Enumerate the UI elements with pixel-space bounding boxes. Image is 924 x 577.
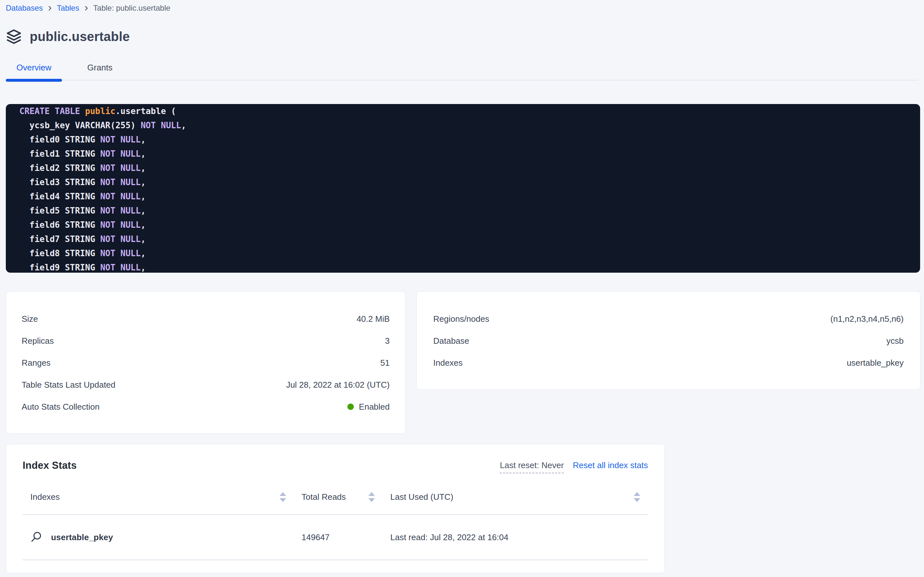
chevron-right-icon: ›	[84, 3, 88, 11]
stat-label: Auto Stats Collection	[22, 402, 100, 412]
stat-value: Jul 28, 2022 at 16:02 (UTC)	[286, 380, 390, 390]
stat-row: Table Stats Last Updated Jul 28, 2022 at…	[22, 374, 390, 396]
index-name[interactable]: usertable_pkey	[51, 532, 113, 542]
sort-icon[interactable]	[280, 492, 286, 502]
code-line: field1 STRING NOT NULL,	[19, 147, 910, 161]
stat-row: Size 40.2 MiB	[22, 308, 390, 330]
stat-value: ycsb	[887, 336, 904, 346]
index-table-body: usertable_pkey 149647 Last read: Jul 28,…	[22, 515, 648, 560]
index-stats-title: Index Stats	[22, 460, 77, 471]
stat-row: Database ycsb	[433, 330, 904, 352]
index-stats-actions: Last reset: Never Reset all index stats	[500, 460, 648, 473]
code-line: field3 STRING NOT NULL,	[19, 175, 910, 189]
code-line: field8 STRING NOT NULL,	[19, 246, 910, 260]
stat-value: (n1,n2,n3,n4,n5,n6)	[830, 314, 904, 324]
breadcrumb-current-table: Table: public.usertable	[93, 3, 170, 13]
stat-label: Table Stats Last Updated	[22, 380, 116, 390]
stat-row: Ranges 51	[22, 352, 390, 374]
page-header: public.usertable	[6, 27, 924, 46]
stat-row: Replicas 3	[22, 330, 390, 352]
summary-cards: Size 40.2 MiB Replicas 3 Ranges 51 Table…	[6, 292, 924, 434]
stat-value: 40.2 MiB	[357, 314, 390, 324]
breadcrumb-databases[interactable]: Databases	[6, 3, 43, 13]
tab-overview[interactable]: Overview	[6, 58, 62, 81]
stat-label: Regions/nodes	[433, 314, 489, 324]
code-line: field2 STRING NOT NULL,	[19, 161, 910, 175]
index-row[interactable]: usertable_pkey 149647 Last read: Jul 28,…	[22, 515, 648, 560]
stat-value: 3	[385, 336, 390, 346]
layers-icon	[6, 28, 22, 45]
stat-row: Indexes usertable_pkey	[433, 352, 904, 374]
index-stats-header: Index Stats Last reset: Never Reset all …	[22, 460, 648, 473]
stat-value: usertable_pkey	[847, 358, 904, 368]
stat-label: Size	[22, 314, 38, 324]
table-stats-card: Size 40.2 MiB Replicas 3 Ranges 51 Table…	[6, 292, 405, 434]
table-details-card: Regions/nodes (n1,n2,n3,n4,n5,n6) Databa…	[416, 292, 921, 390]
breadcrumb: Databases › Tables › Table: public.usert…	[6, 3, 924, 13]
sort-icon[interactable]	[368, 492, 375, 502]
tab-bar: Overview Grants	[0, 58, 924, 81]
stat-label: Indexes	[433, 358, 463, 368]
column-header-last-used[interactable]: Last Used (UTC)	[382, 482, 648, 514]
active-tab-indicator	[6, 79, 62, 82]
last-reset-label[interactable]: Last reset: Never	[500, 460, 564, 473]
index-stats-table: Indexes Total Reads Last Used (UTC)	[22, 482, 648, 560]
search-icon	[31, 532, 42, 543]
code-line: field4 STRING NOT NULL,	[19, 189, 910, 203]
total-reads-cell: 149647	[294, 515, 382, 559]
stat-value: 51	[380, 358, 390, 368]
column-header-indexes[interactable]: Indexes	[22, 482, 294, 514]
code-line: field9 STRING NOT NULL,	[19, 260, 910, 273]
chevron-right-icon: ›	[48, 3, 51, 11]
stat-value: Enabled	[347, 402, 390, 412]
code-line: field7 STRING NOT NULL,	[19, 232, 910, 246]
code-line: field6 STRING NOT NULL,	[19, 218, 910, 232]
reset-index-stats-link[interactable]: Reset all index stats	[573, 460, 648, 471]
breadcrumb-tables[interactable]: Tables	[57, 3, 79, 13]
code-line: ycsb_key VARCHAR(255) NOT NULL,	[19, 118, 910, 132]
stat-label: Ranges	[22, 358, 51, 368]
stat-row: Auto Stats Collection Enabled	[22, 396, 390, 418]
stat-label: Replicas	[22, 336, 54, 346]
create-table-statement: CREATE TABLE public.usertable ( ycsb_key…	[6, 104, 920, 273]
column-header-total-reads[interactable]: Total Reads	[294, 482, 382, 514]
table-details-page: Databases › Tables › Table: public.usert…	[0, 0, 924, 577]
code-line: field5 STRING NOT NULL,	[19, 203, 910, 218]
tab-divider	[6, 80, 918, 81]
status-dot	[347, 403, 354, 410]
page-title: public.usertable	[30, 29, 130, 44]
sort-icon[interactable]	[634, 492, 640, 502]
code-line: CREATE TABLE public.usertable (	[19, 104, 910, 118]
code-line: field0 STRING NOT NULL,	[19, 132, 910, 147]
last-used-cell: Last read: Jul 28, 2022 at 16:04	[382, 515, 648, 559]
index-table-header-row: Indexes Total Reads Last Used (UTC)	[22, 482, 648, 515]
stat-row: Regions/nodes (n1,n2,n3,n4,n5,n6)	[433, 308, 904, 330]
index-stats-card: Index Stats Last reset: Never Reset all …	[6, 444, 665, 573]
stat-label: Database	[433, 336, 469, 346]
tab-grants[interactable]: Grants	[77, 58, 123, 81]
